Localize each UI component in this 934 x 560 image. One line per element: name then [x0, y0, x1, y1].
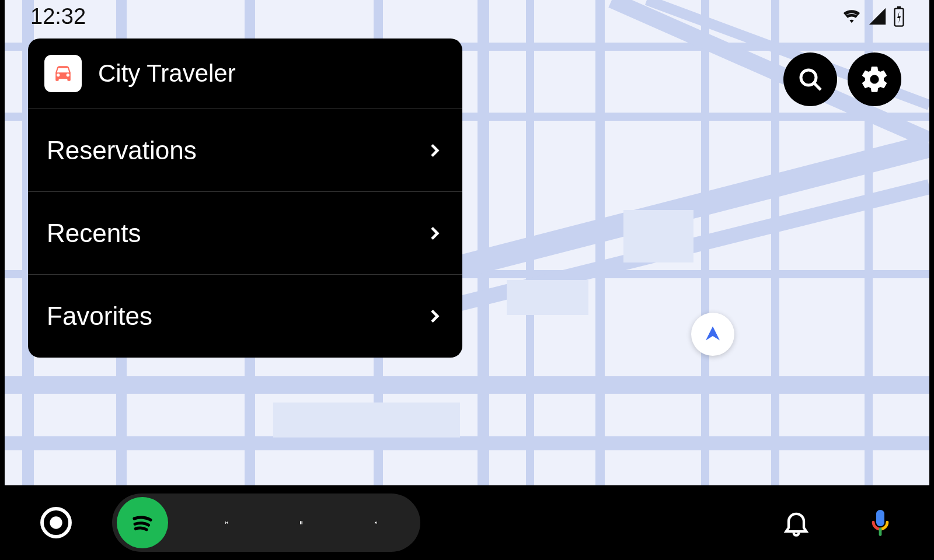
screen: 12:32 City Traveler Reservations Recents: [0, 0, 934, 560]
microphone-icon: [865, 508, 895, 538]
battery-charging-icon: [893, 6, 905, 27]
menu-item-favorites[interactable]: Favorites: [28, 275, 462, 358]
app-launcher-icon: [37, 504, 75, 541]
chevron-right-icon: [425, 224, 444, 243]
pause-icon: [299, 509, 304, 537]
svg-rect-22: [623, 210, 693, 262]
svg-point-28: [50, 516, 62, 528]
media-control-pill: [112, 494, 420, 552]
panel-header: City Traveler: [28, 38, 462, 109]
svg-line-26: [814, 83, 821, 90]
navigation-panel: City Traveler Reservations Recents Favor…: [28, 38, 462, 358]
svg-rect-29: [300, 521, 301, 524]
svg-rect-30: [302, 521, 303, 524]
voice-assistant-button[interactable]: [862, 504, 899, 541]
menu-item-recents[interactable]: Recents: [28, 192, 462, 275]
menu-item-reservations[interactable]: Reservations: [28, 109, 462, 192]
chevron-right-icon: [425, 307, 444, 326]
menu-item-label: Favorites: [47, 302, 152, 331]
gear-icon: [859, 64, 890, 94]
search-icon: [796, 65, 824, 93]
next-track-button[interactable]: [360, 506, 392, 539]
wifi-icon: [842, 6, 862, 26]
svg-rect-20: [273, 402, 460, 438]
car-icon: [50, 61, 76, 86]
skip-previous-icon: [224, 508, 229, 538]
app-icon: [44, 55, 82, 92]
svg-rect-21: [507, 280, 588, 315]
svg-rect-24: [897, 6, 901, 9]
app-launcher-button[interactable]: [35, 502, 77, 544]
current-location-marker[interactable]: [691, 313, 734, 356]
svg-rect-31: [876, 517, 884, 523]
chevron-right-icon: [425, 141, 444, 160]
clock: 12:32: [30, 4, 86, 29]
status-bar: 12:32: [5, 0, 929, 33]
bottom-bar: [0, 485, 934, 560]
spotify-icon: [126, 506, 159, 539]
previous-track-button[interactable]: [210, 506, 243, 539]
settings-button[interactable]: [848, 52, 901, 106]
notifications-button[interactable]: [778, 504, 815, 541]
search-button[interactable]: [783, 52, 837, 106]
svg-point-25: [801, 70, 816, 85]
map-canvas[interactable]: 12:32 City Traveler Reservations Recents: [5, 0, 929, 485]
cell-signal-icon: [867, 6, 887, 26]
bell-icon: [781, 508, 811, 538]
menu-item-label: Reservations: [47, 136, 197, 165]
menu-item-label: Recents: [47, 219, 141, 248]
location-arrow-icon: [702, 324, 723, 345]
spotify-button[interactable]: [117, 497, 168, 548]
play-pause-button[interactable]: [285, 506, 318, 539]
app-title: City Traveler: [98, 60, 236, 88]
skip-next-icon: [374, 508, 378, 538]
